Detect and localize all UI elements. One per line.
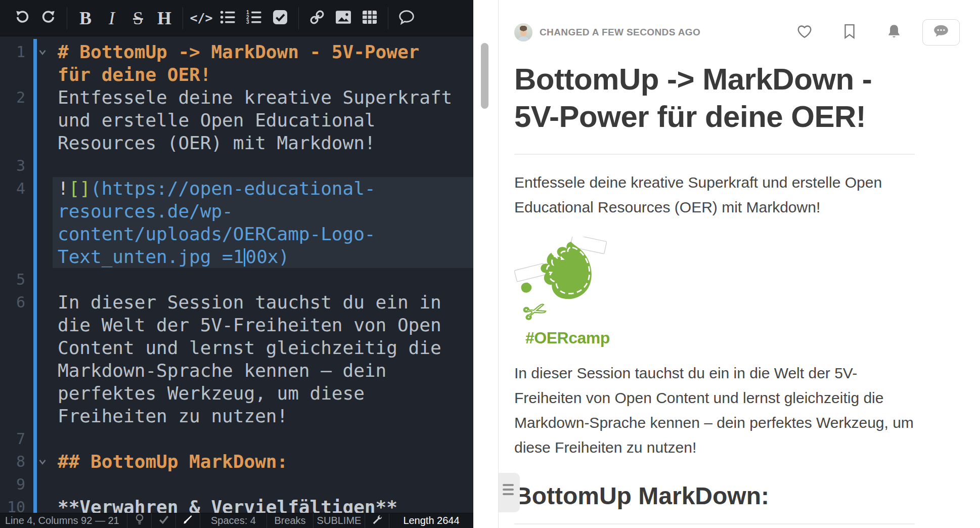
code-line-row[interactable]: content/uploads/OERCamp-Logo- — [0, 223, 473, 245]
code-line-text[interactable] — [53, 427, 473, 450]
open-comments-button[interactable] — [922, 19, 960, 46]
notifications-button[interactable] — [887, 24, 901, 41]
toolbar-separator — [298, 7, 299, 29]
code-line-row[interactable]: 5 — [0, 268, 473, 291]
app-window: B I S H </> 123 — [0, 0, 980, 528]
code-line-row[interactable]: 10**Verwahren & Vervielfältigen** — [0, 496, 473, 513]
code-line-row[interactable]: Content und lernst gleichzeitig die — [0, 336, 473, 359]
toolbar-separator — [183, 7, 183, 29]
heading-icon: H — [157, 8, 171, 29]
strikethrough-icon: S — [133, 8, 143, 29]
lightbulb-status-button[interactable] — [127, 513, 152, 528]
code-line-text[interactable]: Resources (OER) mit Markdown! — [53, 131, 473, 154]
code-line-text[interactable]: perfektes Werkzeug, um diese — [53, 382, 473, 405]
line-number: 6 — [0, 291, 32, 314]
bold-button[interactable]: B — [72, 5, 99, 31]
fold-spacer — [32, 314, 53, 336]
oercamp-logo-text: #OERcamp — [514, 329, 620, 347]
keymap-status-button[interactable]: SUBLIME — [314, 513, 365, 528]
toolbar-separator — [388, 7, 388, 29]
code-line-text[interactable]: # BottomUp -> MarkDown - 5V-Power — [53, 40, 473, 63]
comment-button[interactable] — [393, 5, 420, 31]
unordered-list-button[interactable] — [214, 5, 241, 31]
wrench-icon — [372, 514, 382, 527]
lightbulb-icon — [135, 514, 144, 527]
redo-button[interactable] — [35, 5, 62, 31]
fold-spacer — [32, 131, 53, 154]
code-line-text[interactable]: Freiheiten zu nutzen! — [53, 405, 473, 427]
oercamp-flame-image: ✂ — [514, 237, 615, 327]
panel-drag-handle[interactable] — [499, 473, 520, 512]
settings-status-button[interactable] — [365, 513, 389, 528]
session-paragraph: In dieser Session tauchst du ein in die … — [514, 361, 915, 460]
line-number: 5 — [0, 268, 32, 291]
fold-chevron-icon[interactable] — [32, 40, 53, 63]
bold-icon: B — [79, 8, 92, 29]
code-line-text[interactable]: Entfessele deine kreative Superkraft — [53, 86, 473, 109]
code-line-text[interactable]: Content und lernst gleichzeitig die — [53, 336, 473, 359]
code-line-row[interactable]: 6In dieser Session tauchst du ein in — [0, 291, 473, 314]
code-line-text[interactable]: Markdown-Sprache kennen – dein — [53, 359, 473, 382]
code-line-row[interactable]: 1# BottomUp -> MarkDown - 5V-Power — [0, 40, 473, 63]
insert-table-button[interactable] — [357, 5, 383, 31]
code-line-row[interactable]: und erstelle Open Educational — [0, 109, 473, 131]
code-line-row[interactable]: Text_unten.jpg =100x) — [0, 245, 473, 268]
code-line-text[interactable] — [53, 154, 473, 177]
spellcheck-status-button[interactable] — [152, 513, 176, 528]
code-line-text[interactable] — [53, 268, 473, 291]
code-line-text[interactable]: Text_unten.jpg =100x) — [53, 245, 473, 268]
code-line-row[interactable]: perfektes Werkzeug, um diese — [0, 382, 473, 405]
code-line-row[interactable]: 4![](https://open-educational- — [0, 177, 473, 200]
code-line-text[interactable]: die Welt der 5V-Freiheiten von Open — [53, 314, 473, 336]
code-line-row[interactable]: 9 — [0, 473, 473, 496]
theme-brush-status-button[interactable] — [176, 513, 200, 528]
code-line-row[interactable]: 3 — [0, 154, 473, 177]
rendered-document: BottomUp -> MarkDown - 5V-Power für dein… — [514, 61, 915, 524]
code-line-row[interactable]: die Welt der 5V-Freiheiten von Open — [0, 314, 473, 336]
insert-image-button[interactable] — [330, 5, 357, 31]
code-line-text[interactable]: ## BottomUp MarkDown: — [53, 450, 473, 473]
code-line-text[interactable]: In dieser Session tauchst du ein in — [53, 291, 473, 314]
bookmark-button[interactable] — [843, 24, 856, 41]
heading-button[interactable]: H — [151, 5, 177, 31]
editor-scrollbar-thumb[interactable] — [481, 43, 488, 109]
strikethrough-button[interactable]: S — [125, 5, 151, 31]
comment-bubble-icon — [398, 9, 415, 27]
preview-pane: CHANGED A FEW SECONDS AGO Bot — [498, 0, 980, 528]
italic-icon: I — [109, 8, 115, 29]
ordered-list-button[interactable]: 123 — [241, 5, 267, 31]
undo-button[interactable] — [9, 5, 35, 31]
code-editor[interactable]: 1# BottomUp -> MarkDown - 5V-Powerfür de… — [0, 36, 473, 513]
like-button[interactable] — [797, 24, 812, 40]
fold-chevron-icon[interactable] — [32, 450, 53, 473]
line-number — [0, 314, 32, 336]
fold-spacer — [32, 63, 53, 86]
breaks-status-button[interactable]: Breaks — [267, 513, 314, 528]
line-number — [0, 405, 32, 427]
code-line-text[interactable]: für deine OER! — [53, 63, 473, 86]
code-line-text[interactable] — [53, 473, 473, 496]
insert-link-button[interactable] — [304, 5, 330, 31]
code-line-row[interactable]: Resources (OER) mit Markdown! — [0, 131, 473, 154]
divider — [514, 523, 915, 524]
code-line-row[interactable]: für deine OER! — [0, 63, 473, 86]
code-line-text[interactable]: ![](https://open-educational- — [53, 177, 473, 200]
code-line-text[interactable]: content/uploads/OERCamp-Logo- — [53, 223, 473, 245]
author-avatar[interactable] — [514, 23, 532, 41]
code-line-row[interactable]: 8## BottomUp MarkDown: — [0, 450, 473, 473]
code-line-text[interactable]: **Verwahren & Vervielfältigen** — [53, 496, 473, 513]
fold-spacer — [32, 427, 53, 450]
code-line-row[interactable]: Freiheiten zu nutzen! — [0, 405, 473, 427]
code-line-row[interactable]: 2Entfessele deine kreative Superkraft — [0, 86, 473, 109]
code-line-text[interactable]: resources.de/wp- — [53, 200, 473, 223]
line-number: 8 — [0, 450, 32, 473]
spaces-status-button[interactable]: Spaces: 4 — [200, 513, 267, 528]
italic-button[interactable]: I — [99, 5, 125, 31]
code-line-text[interactable]: und erstelle Open Educational — [53, 109, 473, 131]
code-line-row[interactable]: Markdown-Sprache kennen – dein — [0, 359, 473, 382]
code-block-button[interactable]: </> — [188, 5, 214, 31]
code-line-row[interactable]: resources.de/wp- — [0, 200, 473, 223]
checklist-button[interactable] — [267, 5, 293, 31]
undo-icon — [15, 10, 30, 27]
code-line-row[interactable]: 7 — [0, 427, 473, 450]
